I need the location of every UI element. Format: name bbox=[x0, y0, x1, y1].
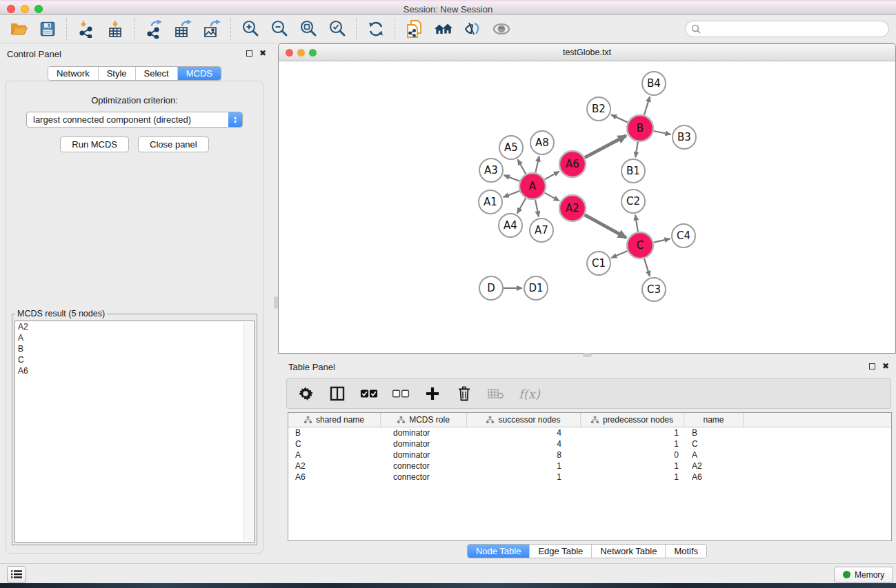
network-canvas[interactable]: B4B2BB3A5A8A6B1A3AC2A1A2A4A7C4CC1C3DD1 bbox=[279, 61, 895, 352]
task-history-button[interactable] bbox=[7, 566, 26, 582]
deselect-all-columns-icon[interactable] bbox=[392, 385, 410, 403]
control-panel-close-icon[interactable]: ✖ bbox=[259, 50, 266, 57]
table-cell[interactable]: 0 bbox=[581, 450, 684, 460]
graph-edge-B-B3[interactable] bbox=[654, 131, 671, 134]
optimization-criterion-select[interactable]: largest connected component (directed) ▲… bbox=[26, 112, 243, 128]
mcds-result-item[interactable]: A bbox=[15, 332, 254, 343]
search-box[interactable] bbox=[685, 21, 889, 37]
table-row[interactable]: Bdominator41B bbox=[288, 427, 891, 438]
mcds-result-list[interactable]: A2ABCA6 bbox=[14, 321, 255, 543]
table-row[interactable]: Adominator80A bbox=[288, 449, 891, 460]
new-network-from-selection-icon[interactable] bbox=[403, 18, 426, 40]
table-cell[interactable]: 1 bbox=[581, 428, 684, 438]
graph-edge-A-A1[interactable] bbox=[504, 191, 520, 197]
close-panel-button[interactable]: Close panel bbox=[138, 136, 209, 152]
table-cell[interactable]: 4 bbox=[467, 439, 581, 449]
network-window-titlebar[interactable]: testGlobe.txt bbox=[279, 44, 895, 61]
zoom-selected-icon[interactable] bbox=[326, 18, 349, 40]
eye-icon[interactable] bbox=[490, 18, 513, 40]
show-hide-graphics-details-icon[interactable] bbox=[461, 18, 484, 40]
graph-edge-A-A4[interactable] bbox=[517, 198, 526, 213]
table-cell[interactable]: 1 bbox=[581, 439, 684, 449]
table-cell[interactable]: 4 bbox=[467, 428, 581, 438]
select-all-columns-icon[interactable] bbox=[360, 385, 378, 403]
table-cell[interactable]: C bbox=[684, 439, 744, 449]
table-panel-close-icon[interactable]: ✖ bbox=[882, 363, 889, 369]
column-header-successor-nodes[interactable]: successor nodes bbox=[467, 413, 581, 427]
zoom-fit-icon[interactable] bbox=[297, 18, 320, 40]
column-header-MCDS-role[interactable]: MCDS role bbox=[381, 413, 467, 427]
graph-edge-A-A6[interactable] bbox=[545, 172, 559, 180]
table-cell[interactable]: connector bbox=[381, 472, 467, 482]
table-panel-float-icon[interactable] bbox=[869, 363, 875, 369]
graph-edge-A-A2[interactable] bbox=[545, 193, 559, 201]
graph-edge-B-B4[interactable] bbox=[644, 97, 650, 115]
table-settings-gear-icon[interactable] bbox=[297, 385, 315, 403]
graph-edge-B-B1[interactable] bbox=[635, 142, 638, 158]
run-mcds-button[interactable]: Run MCDS bbox=[60, 136, 129, 152]
table-cell[interactable]: A2 bbox=[288, 461, 381, 471]
table-cell[interactable]: dominator bbox=[381, 450, 467, 460]
graph-edge-A-A8[interactable] bbox=[535, 156, 539, 173]
export-network-icon[interactable] bbox=[142, 18, 166, 40]
column-header-name[interactable]: name bbox=[684, 413, 744, 427]
table-cell[interactable]: connector bbox=[381, 461, 467, 471]
add-column-icon[interactable] bbox=[424, 385, 441, 403]
graph-edge-A2-C[interactable] bbox=[585, 215, 626, 238]
table-cell[interactable]: 1 bbox=[467, 461, 581, 471]
mcds-result-item[interactable]: A2 bbox=[15, 321, 254, 332]
save-session-icon[interactable] bbox=[36, 18, 59, 40]
graph-edge-A6-B[interactable] bbox=[585, 136, 626, 158]
table-row[interactable]: A6connector11A6 bbox=[288, 472, 891, 483]
table-cell[interactable]: A bbox=[684, 450, 744, 460]
graph-edge-C-C2[interactable] bbox=[635, 215, 638, 232]
tab-motifs[interactable]: Motifs bbox=[665, 545, 706, 558]
column-panel-icon[interactable] bbox=[328, 385, 346, 403]
table-cell[interactable]: A6 bbox=[288, 472, 381, 482]
table-cell[interactable]: B bbox=[684, 428, 744, 438]
table-cell[interactable]: dominator bbox=[381, 439, 467, 449]
table-cell[interactable]: B bbox=[288, 428, 381, 438]
table-cell[interactable]: 1 bbox=[581, 461, 684, 471]
table-row[interactable]: A2connector11A2 bbox=[288, 460, 891, 472]
search-input[interactable] bbox=[704, 23, 883, 34]
delete-column-icon[interactable] bbox=[455, 385, 473, 403]
refresh-view-icon[interactable] bbox=[364, 18, 388, 40]
graph-edge-A-A5[interactable] bbox=[518, 159, 526, 174]
table-cell[interactable]: 1 bbox=[467, 472, 581, 482]
control-panel-float-icon[interactable] bbox=[246, 50, 252, 57]
column-header-shared-name[interactable]: shared name bbox=[288, 413, 381, 427]
import-table-icon[interactable] bbox=[103, 18, 127, 40]
table-cell[interactable]: C bbox=[288, 439, 381, 449]
table-cell[interactable]: A2 bbox=[684, 461, 744, 471]
tab-node-table[interactable]: Node Table bbox=[468, 545, 530, 558]
zoom-out-icon[interactable] bbox=[268, 18, 291, 40]
export-image-icon[interactable] bbox=[200, 18, 223, 40]
memory-button[interactable]: Memory bbox=[834, 567, 893, 582]
mcds-result-item[interactable]: A6 bbox=[15, 365, 254, 376]
graph-edge-C-C4[interactable] bbox=[654, 239, 670, 242]
graph-edge-C-C1[interactable] bbox=[611, 251, 627, 258]
tab-network-table[interactable]: Network Table bbox=[591, 545, 665, 558]
tab-network[interactable]: Network bbox=[48, 67, 98, 80]
table-cell[interactable]: A bbox=[288, 450, 381, 460]
column-header-predecessor-nodes[interactable]: predecessor nodes bbox=[581, 413, 684, 427]
table-cell[interactable]: A6 bbox=[684, 472, 744, 482]
table-cell[interactable]: dominator bbox=[381, 428, 467, 438]
table-cell[interactable]: 1 bbox=[581, 472, 684, 482]
table-row[interactable]: Cdominator41C bbox=[288, 438, 891, 449]
vertical-split-handle[interactable] bbox=[274, 296, 278, 309]
graph-edge-A-A3[interactable] bbox=[504, 175, 520, 181]
tab-style[interactable]: Style bbox=[98, 67, 135, 80]
graph-edge-C-C3[interactable] bbox=[644, 258, 650, 276]
horizontal-split-handle[interactable] bbox=[583, 353, 592, 357]
table-cell[interactable]: 8 bbox=[467, 450, 581, 460]
network-overview-icon[interactable] bbox=[432, 18, 455, 40]
tab-select[interactable]: Select bbox=[135, 67, 177, 80]
zoom-in-icon[interactable] bbox=[239, 18, 262, 40]
import-network-icon[interactable] bbox=[74, 18, 98, 40]
tab-edge-table[interactable]: Edge Table bbox=[529, 545, 591, 558]
graph-edge-B-B2[interactable] bbox=[611, 114, 628, 122]
mcds-list-scrollbar[interactable] bbox=[243, 322, 253, 541]
mcds-result-item[interactable]: C bbox=[15, 354, 254, 365]
